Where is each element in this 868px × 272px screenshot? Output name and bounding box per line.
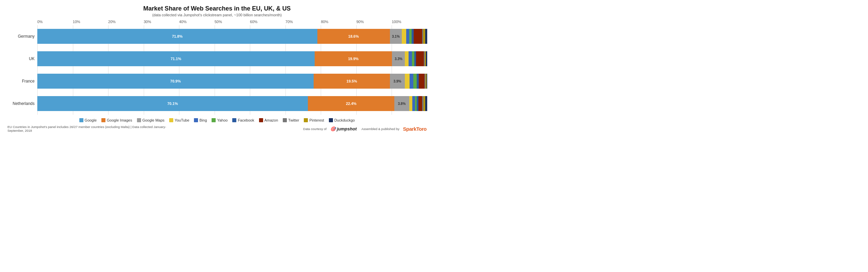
bar-segment-youtube (402, 29, 406, 44)
bar-row: 70.9%19.5%3.9% (37, 72, 427, 90)
bar-segment-gimages: 18.6% (317, 29, 390, 44)
x-tick: 30% (144, 20, 179, 24)
bar-segment-amazon (419, 74, 425, 89)
legend-item-yahoo: Yahoo (212, 118, 228, 122)
legend-swatch (101, 118, 105, 122)
bar-segment-yahoo (409, 29, 412, 44)
jumpshot-logo: 🎯 jumpshot (330, 126, 357, 131)
y-label: UK (7, 57, 35, 61)
footer-right: Data courtesy of 🎯 jumpshot Assembled & … (303, 126, 427, 132)
bar-segment-duckduckgo (426, 51, 427, 66)
legend-label: Duckduckgo (334, 118, 355, 122)
x-tick: 80% (321, 20, 356, 24)
legend-label: Amazon (264, 118, 278, 122)
legend: GoogleGoogle ImagesGoogle MapsYouTubeBin… (7, 117, 427, 124)
jumpshot-brand: Data courtesy of 🎯 jumpshot (303, 126, 357, 131)
legend-label: Twitter (288, 118, 299, 122)
bar-segment-youtube (405, 51, 408, 66)
legend-item-amazon: Amazon (259, 118, 278, 122)
legend-swatch (329, 118, 333, 122)
legend-label: Google (85, 118, 97, 122)
bar-row: 71.1%19.9%3.3% (37, 50, 427, 68)
chart-container: Market Share of Web Searches in the EU, … (0, 0, 434, 136)
assembled-label: Assembled & published by (361, 127, 399, 131)
legend-label: YouTube (175, 118, 189, 122)
x-axis: 0%10%20%30%40%50%60%70%80%90%100% (37, 20, 427, 24)
chart-title: Market Share of Web Searches in the EU, … (7, 5, 427, 12)
bar-track: 71.1%19.9%3.3% (37, 51, 427, 66)
legend-swatch (169, 118, 173, 122)
bar-segment-bing (409, 51, 412, 66)
bar-segment-youtube (405, 74, 410, 89)
bar-segment-yahoo (413, 74, 417, 89)
bar-segment-gmaps: 3.3% (392, 51, 405, 66)
bar-track: 70.1%22.4%3.8% (37, 96, 427, 111)
legend-swatch (283, 118, 287, 122)
bar-segment-google: 70.9% (37, 74, 314, 89)
y-labels: GermanyUKFranceNetherlands (7, 25, 37, 115)
footer-left: EU Countries in Jumpshot's panel include… (7, 125, 177, 132)
bars-area: 71.8%18.6%3.1%71.1%19.9%3.3%70.9%19.5%3.… (37, 25, 427, 115)
bar-track: 70.9%19.5%3.9% (37, 74, 427, 89)
bar-segment-google: 70.1% (37, 96, 308, 111)
chart-subtitle: (data collected via Jumpshot's clickstre… (7, 13, 427, 17)
chart-body: GermanyUKFranceNetherlands 71.8%18.6%3.1… (7, 25, 427, 115)
bar-segment-amazon (416, 51, 424, 66)
legend-label: Bing (199, 118, 207, 122)
bar-segment-amazon (414, 29, 422, 44)
legend-item-pinterest: Pinterest (304, 118, 324, 122)
data-courtesy-label: Data courtesy of (303, 127, 327, 131)
y-label: Netherlands (7, 102, 35, 106)
legend-item-duckduckgo: Duckduckgo (329, 118, 355, 122)
x-tick: 70% (285, 20, 321, 24)
y-label: France (7, 79, 35, 83)
bar-segment-duckduckgo (425, 96, 427, 111)
bar-segment-gmaps: 3.8% (394, 96, 409, 111)
legend-item-youtube: YouTube (169, 118, 189, 122)
legend-swatch (194, 118, 198, 122)
legend-swatch (212, 118, 216, 122)
legend-label: Google Images (107, 118, 132, 122)
legend-item-google: Google (79, 118, 97, 122)
bar-segment-gimages: 19.9% (315, 51, 392, 66)
legend-swatch (79, 118, 83, 122)
sparktoro-brand: Assembled & published by SparkToro (361, 126, 427, 132)
legend-item-twitter: Twitter (283, 118, 299, 122)
bar-segment-gimages: 19.5% (314, 74, 390, 89)
bar-segment-google: 71.1% (37, 51, 315, 66)
legend-swatch (304, 118, 308, 122)
legend-label: Pinterest (309, 118, 324, 122)
legend-swatch (259, 118, 263, 122)
legend-label: Facebook (238, 118, 254, 122)
bar-segment-yahoo (412, 51, 414, 66)
bar-segment-amazon (418, 96, 422, 111)
legend-swatch (232, 118, 236, 122)
legend-swatch (137, 118, 141, 122)
footer: EU Countries in Jumpshot's panel include… (7, 125, 427, 132)
x-tick: 0% (37, 20, 73, 24)
bar-row: 71.8%18.6%3.1% (37, 28, 427, 45)
bar-segment-gmaps: 3.1% (390, 29, 402, 44)
bar-segment-duckduckgo (425, 29, 427, 44)
y-label: Germany (7, 34, 35, 38)
x-tick: 10% (73, 20, 108, 24)
bar-segment-bing (410, 74, 413, 89)
x-tick: 20% (108, 20, 144, 24)
bar-track: 71.8%18.6%3.1% (37, 29, 427, 44)
legend-item-facebook: Facebook (232, 118, 254, 122)
sparktoro-logo: SparkToro (403, 126, 427, 132)
legend-item-google-images: Google Images (101, 118, 132, 122)
x-tick: 90% (356, 20, 392, 24)
chart-area: 0%10%20%30%40%50%60%70%80%90%100% German… (7, 20, 427, 115)
bar-segment-gimages: 22.4% (308, 96, 394, 111)
bar-row: 70.1%22.4%3.8% (37, 95, 427, 112)
x-tick: 60% (250, 20, 285, 24)
x-tick: 100% (392, 20, 427, 24)
bar-segment-bing (406, 29, 409, 44)
bar-segment-google: 71.8% (37, 29, 317, 44)
bar-segment-youtube (409, 96, 412, 111)
legend-label: Google Maps (142, 118, 164, 122)
bar-segment-gmaps: 3.9% (390, 74, 405, 89)
x-tick: 50% (215, 20, 250, 24)
legend-label: Yahoo (217, 118, 228, 122)
